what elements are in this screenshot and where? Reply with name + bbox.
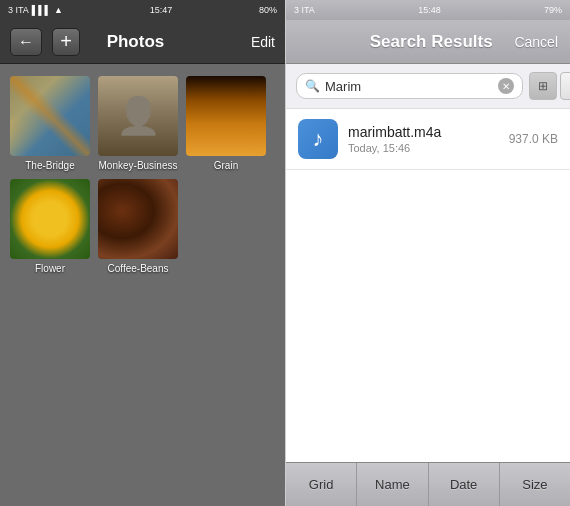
grid-row-2: Flower Coffee-Beans	[10, 179, 275, 274]
left-header: ← + Photos Edit	[0, 20, 285, 64]
result-item-marimbatt[interactable]: ♪ marimbatt.m4a Today, 15:46 937.0 KB	[286, 109, 570, 170]
photo-label-grain: Grain	[214, 160, 238, 171]
result-info: marimbatt.m4a Today, 15:46	[348, 124, 499, 154]
tab-date[interactable]: Date	[429, 463, 500, 506]
photo-label-monkey: Monkey-Business	[99, 160, 178, 171]
right-panel: 3 ITA 15:48 79% Search Results Cancel 🔍 …	[285, 0, 570, 506]
carrier-left: 3 ITA	[8, 5, 29, 15]
grid-view-button[interactable]: ⊞	[529, 72, 557, 100]
search-bar: 🔍 ✕ ⊞ ≡	[286, 64, 570, 109]
photo-item-grain[interactable]: Grain	[186, 76, 266, 171]
search-input[interactable]	[325, 79, 493, 94]
right-header: Search Results Cancel	[286, 20, 570, 64]
tab-name-label: Name	[375, 477, 410, 492]
file-icon: ♪	[298, 119, 338, 159]
music-note-icon: ♪	[313, 126, 324, 152]
photo-thumb-monkey	[98, 76, 178, 156]
tab-date-label: Date	[450, 477, 477, 492]
tab-grid-label: Grid	[309, 477, 334, 492]
time-right: 15:48	[418, 5, 441, 15]
photo-item-flower[interactable]: Flower	[10, 179, 90, 274]
photos-grid: The-Bridge Monkey-Business Grain Flower …	[0, 64, 285, 506]
list-view-button[interactable]: ≡	[560, 72, 570, 100]
tab-grid[interactable]: Grid	[286, 463, 357, 506]
grid-row-1: The-Bridge Monkey-Business Grain	[10, 76, 275, 171]
time-left: 15:47	[150, 5, 173, 15]
result-size: 937.0 KB	[509, 132, 558, 146]
signal-icon: ▌▌▌	[32, 5, 51, 15]
grid-icon: ⊞	[538, 79, 548, 93]
status-bar-left: 3 ITA ▌▌▌ ▲ 15:47 80%	[0, 0, 285, 20]
view-toggle: ⊞ ≡	[529, 72, 570, 100]
photos-title: Photos	[30, 32, 241, 52]
status-bar-right: 3 ITA 15:48 79%	[286, 0, 570, 20]
wifi-icon: ▲	[54, 5, 63, 15]
photo-thumb-flower	[10, 179, 90, 259]
photo-item-coffee[interactable]: Coffee-Beans	[98, 179, 178, 274]
search-input-wrap: 🔍 ✕	[296, 73, 523, 99]
carrier-right: 3 ITA	[294, 5, 315, 15]
result-name: marimbatt.m4a	[348, 124, 499, 140]
edit-button[interactable]: Edit	[251, 34, 275, 50]
result-meta: Today, 15:46	[348, 142, 499, 154]
search-results-title: Search Results	[348, 32, 514, 52]
photo-label-coffee: Coffee-Beans	[108, 263, 169, 274]
tab-size-label: Size	[522, 477, 547, 492]
photo-label-bridge: The-Bridge	[25, 160, 74, 171]
search-icon: 🔍	[305, 79, 320, 93]
photo-label-flower: Flower	[35, 263, 65, 274]
clear-search-button[interactable]: ✕	[498, 78, 514, 94]
bottom-bar: Grid Name Date Size	[286, 462, 570, 506]
photo-item-monkey[interactable]: Monkey-Business	[98, 76, 178, 171]
battery-right: 79%	[544, 5, 562, 15]
tab-name[interactable]: Name	[357, 463, 428, 506]
left-panel: 3 ITA ▌▌▌ ▲ 15:47 80% ← + Photos Edit Th…	[0, 0, 285, 506]
photo-item-bridge[interactable]: The-Bridge	[10, 76, 90, 171]
photo-thumb-bridge	[10, 76, 90, 156]
photo-thumb-grain	[186, 76, 266, 156]
results-list: ♪ marimbatt.m4a Today, 15:46 937.0 KB	[286, 109, 570, 462]
cancel-button[interactable]: Cancel	[514, 34, 558, 50]
tab-size[interactable]: Size	[500, 463, 570, 506]
photo-thumb-coffee	[98, 179, 178, 259]
battery-left: 80%	[259, 5, 277, 15]
